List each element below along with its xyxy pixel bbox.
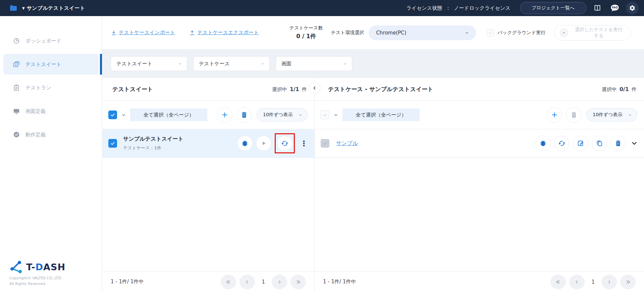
chevron-double-right-icon: [295, 279, 301, 285]
next-page-button[interactable]: [272, 275, 287, 289]
export-link[interactable]: テストケースエクスポート: [189, 29, 259, 36]
next-page-button[interactable]: [601, 275, 617, 289]
sidebar-item-screen-definition[interactable]: 画面定義: [3, 101, 99, 122]
edit-icon: [577, 140, 584, 147]
select-options-chevron[interactable]: [333, 113, 338, 118]
test-case-panel: テストケース - サンプルテストスイート 選択中 0/1 件 全て選択（全ページ…: [315, 78, 644, 292]
prev-page-button[interactable]: [569, 275, 585, 289]
screen-definition-icon: [13, 107, 20, 115]
play-icon: [560, 28, 568, 37]
run-selected-tests-button[interactable]: 選択したテストを実行する: [554, 25, 631, 41]
suite-actions-row: 全て選択（全ページ） 10件ずつ表示: [102, 101, 314, 129]
settings-button[interactable]: [626, 2, 639, 14]
edit-case-button[interactable]: [573, 136, 588, 151]
active-item-indicator: [100, 54, 102, 75]
tdash-logo-icon: [9, 260, 23, 274]
tdash-logo-text: T-DASH: [26, 262, 65, 272]
test-case-counter: テストケース数 0 / 1件: [289, 25, 323, 40]
sync-case-button[interactable]: [554, 136, 570, 151]
select-options-chevron[interactable]: [121, 113, 126, 118]
faq-icon: FAQ: [610, 4, 620, 12]
expand-case-row-button[interactable]: [629, 140, 639, 147]
sidebar-item-test-suite[interactable]: テストスイート: [3, 54, 99, 75]
import-link[interactable]: テストケースインポート: [111, 29, 175, 36]
suite-row[interactable]: サンプルテストスイート テストケース：1件: [102, 129, 314, 158]
license-separator: ：: [445, 5, 450, 11]
first-page-button[interactable]: [221, 275, 236, 289]
dashboard-icon: [13, 37, 20, 45]
behavior-definition-icon: [13, 131, 20, 138]
case-name-link[interactable]: サンプル: [336, 140, 358, 147]
suite-row-checkbox[interactable]: [108, 139, 117, 148]
selected-count: 選択中 1/1 件: [272, 86, 307, 93]
sidebar-item-label: 画面定義: [25, 108, 46, 115]
test-suite-panel: テストスイート 選択中 1/1 件 全て選択（全ページ）: [102, 78, 315, 292]
sidebar-item-test-run[interactable]: テストラン: [3, 77, 99, 98]
main-toolbar: テストケースインポート テストケースエクスポート テストケース数 0 / 1件 …: [102, 16, 644, 49]
check-icon: [322, 112, 328, 118]
plus-icon: [551, 111, 558, 119]
copy-case-button[interactable]: [592, 136, 607, 151]
debug-run-button[interactable]: [237, 136, 253, 151]
page-size-dropdown[interactable]: 10件ずつ表示: [257, 108, 308, 122]
delete-case-button[interactable]: [566, 107, 582, 123]
sync-icon: [281, 140, 288, 147]
filter-case-dropdown[interactable]: テストケース: [193, 56, 270, 71]
case-row-checkbox[interactable]: [321, 139, 329, 148]
suite-more-menu[interactable]: ⋮: [298, 139, 310, 148]
manual-button[interactable]: [591, 2, 604, 14]
page-size-dropdown[interactable]: 10件ずつ表示: [586, 108, 637, 122]
select-all-pages-button[interactable]: 全て選択（全ページ）: [342, 108, 420, 121]
test-run-icon: [13, 84, 20, 91]
last-page-button[interactable]: [290, 275, 306, 289]
filter-suite-dropdown[interactable]: テストスイート: [111, 56, 187, 71]
check-icon: [110, 112, 115, 118]
case-list: サンプル: [315, 129, 644, 271]
debug-run-button[interactable]: [535, 136, 551, 151]
case-actions-row: 全て選択（全ページ） 10件ずつ表示: [315, 101, 644, 129]
chevron-down-icon: [465, 30, 469, 35]
delete-suite-button[interactable]: [236, 107, 252, 123]
chevron-double-left-icon: [225, 279, 231, 285]
select-all-checkbox[interactable]: [321, 111, 329, 119]
play-icon: [260, 140, 267, 147]
chevron-down-icon: [298, 113, 303, 117]
sidebar-item-dashboard[interactable]: ダッシュボード: [3, 30, 99, 51]
test-suite-icon: [13, 61, 20, 68]
check-icon: [322, 141, 328, 146]
caret-down-icon[interactable]: ▼: [22, 6, 25, 10]
chevron-left-icon: [312, 85, 317, 91]
faq-button[interactable]: FAQ: [608, 2, 621, 14]
project-list-button[interactable]: プロジェクト一覧へ: [520, 2, 586, 14]
plus-icon: [221, 111, 228, 119]
add-suite-button[interactable]: [217, 107, 232, 123]
trash-icon: [570, 111, 578, 119]
run-suite-button[interactable]: [256, 136, 271, 151]
last-page-button[interactable]: [620, 275, 636, 289]
import-icon: [111, 30, 117, 36]
select-all-pages-button[interactable]: 全て選択（全ページ）: [130, 108, 207, 121]
select-all-checkbox[interactable]: [108, 111, 117, 119]
filter-bar: テストスイート テストケース 画面: [102, 49, 644, 78]
project-title: サンプルテストスイート: [27, 5, 85, 11]
first-page-button[interactable]: [550, 275, 566, 289]
sync-suite-button[interactable]: [277, 136, 292, 151]
filter-screen-dropdown[interactable]: 画面: [276, 56, 352, 71]
add-case-button[interactable]: [547, 107, 562, 123]
env-select-dropdown[interactable]: Chrome(PC): [369, 25, 476, 40]
bug-icon: [539, 140, 547, 147]
delete-case-row-button[interactable]: [610, 136, 626, 151]
panel-title: テストスイート: [112, 85, 153, 93]
case-row[interactable]: サンプル: [315, 129, 644, 158]
background-run-checkbox[interactable]: [487, 29, 494, 36]
chevron-double-left-icon: [555, 279, 561, 285]
background-run-label: バックグラウンド実行: [497, 30, 545, 36]
sidebar-item-behavior-definition[interactable]: 動作定義: [3, 124, 99, 145]
chevron-left-icon: [574, 279, 580, 285]
chevron-down-icon: [631, 140, 638, 147]
book-icon: [593, 4, 602, 12]
prev-page-button[interactable]: [239, 275, 255, 289]
selected-count: 選択中 0/1 件: [602, 86, 637, 93]
pagination-info: 1 - 1件/ 1件中: [111, 279, 144, 285]
collapse-panel-button[interactable]: [309, 82, 321, 94]
